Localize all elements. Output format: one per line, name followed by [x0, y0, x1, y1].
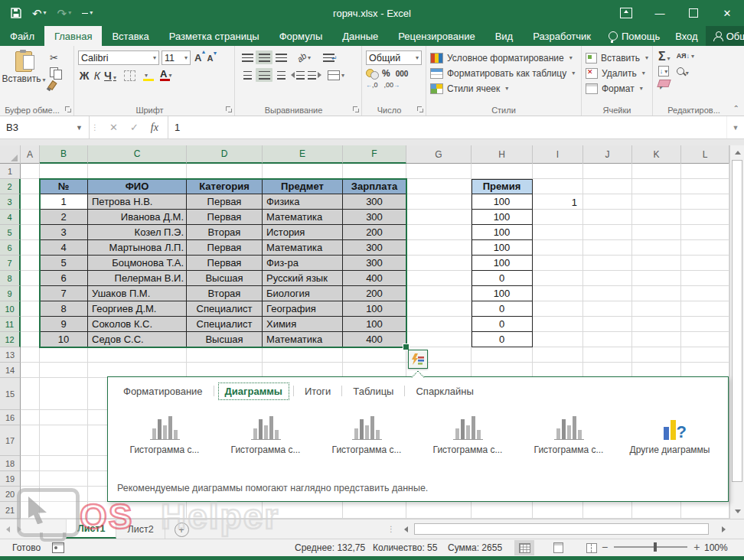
table-cell[interactable]: Химия [263, 317, 343, 332]
table-cell[interactable]: 6 [40, 271, 88, 286]
ribbon-tab-1[interactable]: Главная [44, 26, 102, 46]
table-cell[interactable]: Первая [187, 210, 263, 225]
ribbon-tab-8[interactable]: Разработчик [523, 26, 601, 46]
table-cell[interactable]: Мартынова Л.П. [88, 240, 187, 256]
decrease-indent-icon[interactable] [289, 68, 306, 82]
table-cell[interactable]: 300 [343, 194, 406, 210]
table-cell[interactable]: Физика [263, 194, 343, 210]
bold-button[interactable]: Ж [78, 70, 90, 82]
table-cell[interactable]: Специалист [187, 301, 263, 317]
table-cell[interactable]: Первая [187, 194, 263, 210]
row-header-13[interactable]: 13 [0, 347, 21, 363]
tab-scroll-splitter[interactable]: ⋮ [383, 519, 400, 539]
row-header-8[interactable]: 8 [0, 271, 21, 286]
help-button[interactable]: Помощь [601, 26, 667, 46]
font-size-combo[interactable]: 11 [162, 50, 191, 65]
column-header-H[interactable]: H [472, 145, 533, 164]
number-dialog-launcher[interactable] [417, 106, 424, 113]
collapse-ribbon-icon[interactable]: ⌃ [733, 104, 739, 112]
table-cell[interactable]: Пелерман В.И. [88, 271, 187, 286]
table-header-cell[interactable]: ФИО [88, 179, 187, 194]
shrink-font-button[interactable]: A▼ [207, 54, 213, 63]
format-cells-button[interactable]: Формат [586, 81, 648, 96]
qa-tab-1[interactable]: Форматирование [117, 383, 209, 399]
column-header-L[interactable]: L [681, 145, 729, 164]
share-button[interactable]: Общий доступ [706, 26, 744, 46]
table-cell[interactable]: Русский язык [263, 271, 343, 286]
customize-qat-icon[interactable]: ▾ [82, 10, 93, 16]
underline-button[interactable]: Ч [104, 70, 116, 82]
format-painter-icon[interactable] [47, 80, 57, 90]
autosum-button[interactable]: Σ [658, 51, 671, 63]
paste-button[interactable]: Вставить [2, 50, 45, 90]
row-header-17[interactable]: 17 [0, 425, 21, 456]
row-header-12[interactable]: 12 [0, 332, 21, 347]
fill-down-icon[interactable]: ↓ [658, 66, 669, 77]
redo-icon[interactable]: ↷▾ [57, 8, 72, 19]
qa-tab-5[interactable]: Спарклайны [410, 383, 479, 399]
decrease-decimal-icon[interactable]: ,00→ [384, 81, 400, 89]
qa-chart-option[interactable]: Гистограмма с... [114, 408, 215, 455]
row-header-10[interactable]: 10 [0, 301, 21, 317]
align-bottom-icon[interactable] [272, 50, 289, 64]
table-cell[interactable]: 400 [343, 271, 406, 286]
table-header-cell[interactable]: Зарплата [343, 179, 406, 194]
premium-cell[interactable]: 100 [472, 225, 533, 240]
row-header-9[interactable]: 9 [0, 286, 21, 301]
row-header-19[interactable]: 19 [0, 471, 21, 487]
italic-button[interactable]: К [91, 70, 103, 82]
horizontal-scrollbar[interactable] [400, 519, 730, 539]
column-header-D[interactable]: D [187, 145, 263, 164]
table-cell[interactable]: Математика [263, 210, 343, 225]
clear-icon[interactable] [657, 80, 671, 87]
borders-icon[interactable] [124, 70, 135, 81]
select-all-corner[interactable] [0, 145, 21, 164]
table-cell[interactable]: 5 [40, 256, 88, 271]
table-cell[interactable]: Седов С.С. [88, 332, 187, 347]
horizontal-scroll-thumb[interactable] [414, 523, 709, 535]
increase-decimal-icon[interactable]: ←,0 [366, 81, 378, 89]
qa-chart-option[interactable]: Гистограмма с... [417, 408, 518, 455]
table-header-cell[interactable]: Предмет [263, 179, 343, 194]
table-cell[interactable]: 100 [343, 317, 406, 332]
name-box[interactable]: B3▼ [0, 116, 90, 138]
table-cell[interactable]: 7 [40, 286, 88, 301]
save-icon[interactable] [11, 8, 21, 18]
table-cell[interactable]: География [263, 301, 343, 317]
conditional-formatting-button[interactable]: Условное форматирование [430, 50, 577, 65]
zoom-slider-thumb[interactable] [654, 542, 657, 552]
quick-analysis-button[interactable] [408, 350, 428, 369]
cancel-icon[interactable]: ✕ [109, 122, 118, 133]
table-cell[interactable]: 2 [40, 210, 88, 225]
row-header-6[interactable]: 6 [0, 240, 21, 256]
cut-icon[interactable]: ✂ [50, 52, 58, 63]
table-header-cell[interactable]: Категория [187, 179, 263, 194]
column-header-F[interactable]: F [343, 145, 406, 164]
vertical-scrollbar[interactable] [729, 145, 744, 519]
undo-icon[interactable]: ↶▾ [32, 8, 47, 19]
column-header-A[interactable]: A [21, 145, 40, 164]
table-cell[interactable]: Петрова Н.В. [88, 194, 187, 210]
delete-cells-button[interactable]: Удалить [586, 66, 648, 80]
scroll-up-icon[interactable] [731, 146, 744, 159]
table-cell[interactable]: История [263, 225, 343, 240]
enter-icon[interactable]: ✓ [130, 122, 139, 133]
table-cell[interactable]: 10 [40, 332, 88, 347]
premium-cell[interactable]: 0 [472, 332, 533, 347]
row-header-14[interactable]: 14 [0, 363, 21, 378]
table-cell[interactable]: 200 [343, 286, 406, 301]
row-header-3[interactable]: 3 [0, 194, 21, 210]
premium-cell[interactable]: 100 [472, 240, 533, 256]
qa-tab-4[interactable]: Таблицы [347, 383, 400, 399]
comma-style-icon[interactable]: 000 [396, 70, 409, 78]
copy-icon[interactable] [50, 67, 58, 77]
ribbon-tab-6[interactable]: Рецензирование [388, 26, 485, 46]
next-sheet-icon[interactable] [18, 526, 21, 532]
premium-cell[interactable]: 100 [472, 210, 533, 225]
align-left-icon[interactable] [239, 68, 256, 82]
premium-cell[interactable]: 0 [472, 317, 533, 332]
normal-view-icon[interactable] [514, 540, 534, 555]
table-cell[interactable]: 8 [40, 301, 88, 317]
scroll-right-icon[interactable] [717, 523, 730, 536]
table-cell[interactable]: 3 [40, 225, 88, 240]
